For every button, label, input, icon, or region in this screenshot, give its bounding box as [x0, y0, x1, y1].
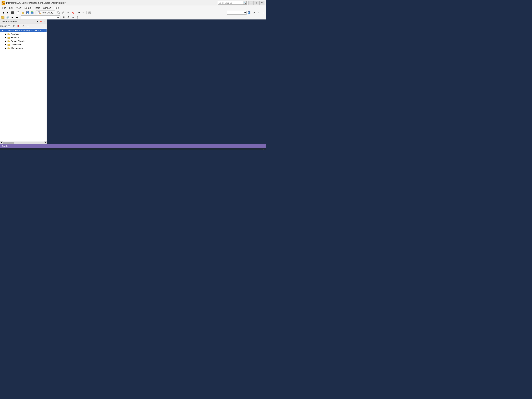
stop-button[interactable]: ⬛	[10, 11, 14, 15]
taskbar-network-btn[interactable]	[48, 149, 55, 150]
nav-btn2[interactable]: 🔗	[6, 15, 10, 19]
show-desktop-btn[interactable]	[263, 149, 264, 150]
server-dropdown[interactable]	[21, 15, 60, 19]
scrollbar-right-arrow[interactable]: ▶	[44, 141, 47, 144]
close-button[interactable]: ✕	[259, 1, 265, 5]
menu-edit[interactable]: Edit	[8, 6, 15, 10]
menu-help[interactable]: Help	[53, 6, 61, 10]
maximize-button[interactable]: □	[254, 1, 259, 5]
separator-5	[86, 11, 87, 14]
oe-stop-btn[interactable]	[16, 24, 20, 28]
svg-rect-2	[3, 3, 5, 4]
tree-replication[interactable]: ▶ Replication	[0, 43, 47, 46]
tb2-extra4[interactable]: ⋮	[76, 15, 80, 19]
replication-label: Replication	[11, 44, 21, 46]
security-label: Security	[11, 36, 19, 39]
svg-rect-36	[18, 25, 19, 27]
quick-launch-search-btn[interactable]: 🔍	[243, 1, 247, 5]
scrollbar-track[interactable]	[3, 142, 44, 144]
server-expander[interactable]: ▼	[1, 29, 4, 32]
security-expander[interactable]: ▶	[5, 36, 7, 39]
new-file-btn[interactable]	[16, 11, 20, 15]
svg-rect-12	[31, 13, 33, 13]
tree-server-node[interactable]: ▼ WINDOWS2012R2\SQLEXPRESS (SQL S...	[0, 29, 47, 32]
save-file-btn[interactable]	[25, 11, 30, 15]
taskbar-powershell-btn[interactable]: PS	[17, 149, 24, 150]
toolbar-extra2[interactable]: ⚙	[252, 11, 256, 15]
redo-btn[interactable]: ↪	[81, 11, 86, 15]
tb2-extra1[interactable]: 🖥	[62, 15, 66, 19]
nav-btn1[interactable]	[1, 15, 5, 19]
forward-button[interactable]: ▶	[6, 11, 10, 15]
quick-launch-input[interactable]	[218, 1, 243, 5]
tray-clock[interactable]: 12:25 12/10/2016	[251, 149, 262, 150]
menu-window[interactable]: Window	[41, 6, 53, 10]
tb2-extra3[interactable]: ≡	[71, 15, 75, 19]
oe-close-btn[interactable]: ✕	[43, 20, 46, 23]
object-explorer-panel: Object Explorer ▾ 📌 ✕ Connect▾	[0, 19, 47, 144]
management-label: Management	[11, 47, 23, 49]
oe-connect-btn[interactable]: Connect▾	[1, 24, 5, 28]
svg-point-40	[6, 30, 7, 30]
databases-label: Databases	[11, 33, 21, 35]
databases-folder-icon	[7, 33, 10, 35]
toolbar-extra1[interactable]: ▶	[247, 11, 251, 15]
taskbar-filemanager-btn[interactable]	[25, 149, 32, 150]
tb2-extra2[interactable]: ⚙	[66, 15, 70, 19]
save-all-btn[interactable]	[30, 11, 34, 15]
bookmark-btn[interactable]: 🔖	[71, 11, 75, 15]
oe-toolbar: Connect▾	[0, 24, 47, 28]
oe-dropdown-btn[interactable]: ▾	[36, 20, 39, 23]
svg-rect-4	[3, 1, 5, 3]
oe-sep1	[6, 24, 6, 28]
taskbar-filezilla-btn[interactable]: FZ	[40, 149, 48, 150]
quick-launch-area: 🔍	[218, 1, 247, 5]
menu-view[interactable]: View	[15, 6, 23, 10]
back-button[interactable]: ◀	[1, 11, 5, 15]
server-objects-expander[interactable]: ▶	[5, 40, 7, 42]
nav-btn4[interactable]: ▶	[15, 15, 19, 19]
minimize-button[interactable]: ─	[248, 1, 253, 5]
oe-pin-btn[interactable]: 📌	[39, 20, 42, 23]
tree-server-objects[interactable]: ▶ Server Objects	[0, 39, 47, 43]
toolbar-extra3[interactable]: ≡	[256, 11, 260, 15]
oe-collapse-btn[interactable]	[25, 24, 30, 28]
server-objects-label: Server Objects	[11, 40, 25, 42]
scrollbar-thumb[interactable]	[3, 142, 14, 144]
paste-btn[interactable]	[61, 11, 66, 15]
start-button[interactable]	[1, 149, 9, 150]
nav-btn3[interactable]: ◀	[10, 15, 14, 19]
oe-refresh-btn[interactable]	[21, 24, 25, 28]
management-expander[interactable]: ▶	[5, 47, 7, 49]
menu-file[interactable]: File	[1, 6, 8, 10]
svg-text:▶: ▶	[248, 12, 250, 14]
copy-btn[interactable]	[57, 11, 61, 15]
toolbar-extra4[interactable]: ⋮	[261, 11, 265, 15]
taskbar-chrome-btn[interactable]	[32, 149, 40, 150]
database-dropdown[interactable]	[227, 11, 247, 15]
taskbar-app-btn[interactable]	[56, 149, 63, 150]
server-label: WINDOWS2012R2\SQLEXPRESS (SQL S...	[8, 29, 46, 32]
svg-point-41	[6, 31, 7, 31]
open-file-btn[interactable]	[21, 11, 25, 15]
oe-filter-btn[interactable]	[12, 24, 16, 28]
undo-btn[interactable]: ↩	[77, 11, 81, 15]
tray-time: 12:25	[251, 149, 262, 150]
new-query-button[interactable]: New Query	[36, 11, 55, 15]
menu-tools[interactable]: Tools	[33, 6, 41, 10]
menu-debug[interactable]: Debug	[23, 6, 33, 10]
tree-databases[interactable]: ▶ Databases	[0, 32, 47, 36]
replication-expander[interactable]: ▶	[5, 44, 7, 46]
properties-btn[interactable]	[88, 11, 92, 15]
cut-btn[interactable]: ✂	[66, 11, 70, 15]
oe-refresh-list-btn[interactable]	[7, 24, 11, 28]
svg-rect-1	[2, 1, 3, 3]
databases-expander[interactable]: ▶	[5, 33, 7, 35]
tree-management[interactable]: ▶ Management	[0, 46, 47, 50]
svg-rect-32	[1, 16, 3, 17]
svg-rect-33	[8, 25, 10, 26]
tree-security[interactable]: ▶ Security	[0, 36, 47, 39]
taskbar-explorer-btn[interactable]	[9, 149, 16, 150]
scrollbar-left-arrow[interactable]: ◀	[0, 141, 3, 144]
app-icon	[1, 1, 5, 5]
